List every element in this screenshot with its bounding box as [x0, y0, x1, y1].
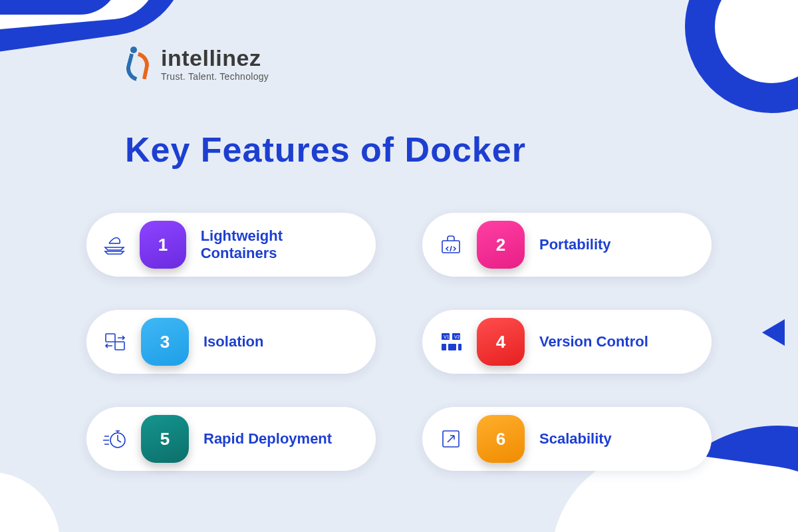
- brand-tagline: Trust. Talent. Technology: [161, 71, 269, 82]
- feature-item-3: 3 Isolation: [86, 310, 376, 374]
- feature-number-badge: 3: [141, 318, 189, 366]
- triangle-accent-icon: [762, 319, 785, 346]
- feature-number-badge: 2: [477, 221, 525, 269]
- feature-number-badge: 4: [477, 318, 525, 366]
- brand-logo-mark-icon: [126, 47, 154, 81]
- brand-name: intellinez: [161, 45, 269, 71]
- feature-item-6: 6 Scalability: [422, 407, 712, 471]
- swap-panels-icon: [100, 327, 130, 357]
- svg-rect-5: [442, 344, 446, 350]
- feature-item-1: 1 Lightweight Containers: [86, 213, 376, 277]
- brand-logo: intellinez Trust. Talent. Technology: [126, 45, 269, 82]
- briefcase-code-icon: [436, 229, 466, 260]
- feature-label: Version Control: [539, 333, 648, 350]
- page-title: Key Features of Docker: [125, 130, 526, 170]
- svg-rect-2: [115, 342, 124, 350]
- feature-item-2: 2 Portability: [422, 213, 712, 277]
- expand-icon: [436, 424, 466, 454]
- features-grid: 1 Lightweight Containers 2 Portability 3…: [86, 213, 712, 471]
- stopwatch-speed-icon: [100, 424, 130, 454]
- feature-number-badge: 6: [477, 415, 525, 463]
- feature-item-4: V1 V2 4 Version Control: [422, 310, 712, 374]
- svg-rect-7: [458, 344, 462, 350]
- svg-text:V1: V1: [444, 334, 450, 339]
- feature-label: Scalability: [539, 430, 612, 448]
- svg-rect-6: [448, 344, 456, 350]
- feature-number-badge: 5: [141, 415, 189, 463]
- corner-circle-bottom-left: [0, 472, 60, 532]
- svg-rect-1: [106, 334, 115, 342]
- corner-ring-top-right: [685, 0, 798, 113]
- feature-item-5: 5 Rapid Deployment: [86, 407, 376, 471]
- version-blocks-icon: V1 V2: [436, 327, 466, 357]
- feature-label: Portability: [539, 236, 611, 253]
- svg-text:V2: V2: [454, 334, 460, 339]
- feature-label: Lightweight Containers: [201, 227, 357, 263]
- feather-layers-icon: [100, 229, 129, 260]
- feature-label: Rapid Deployment: [203, 430, 332, 448]
- feature-label: Isolation: [203, 333, 263, 350]
- feature-number-badge: 1: [140, 221, 186, 269]
